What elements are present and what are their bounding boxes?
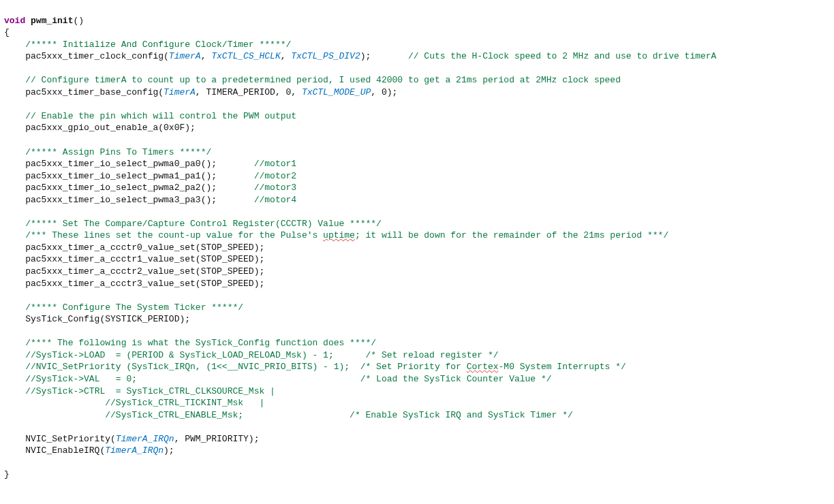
code-seg: , 0); (371, 87, 397, 97)
comment-inline: //motor2 (254, 171, 296, 181)
punct: ); (360, 51, 371, 61)
keyword-void: void (4, 16, 25, 26)
paren: () (73, 16, 84, 26)
comment-inline: //motor3 (254, 183, 296, 193)
enum-value: TxCTL_PS_DIV2 (291, 51, 360, 61)
code-line: pac5xxx_timer_a_ccctr0_value_set(STOP_SP… (4, 242, 264, 253)
code-line: pac5xxx_timer_io_select_pwma3_pa3(); (4, 195, 217, 205)
pad (217, 195, 254, 205)
enum-value: TxCTL_MODE_UP (302, 87, 371, 97)
comment-line-post: ; it will be down for the remainder of t… (355, 230, 668, 240)
code-line: pac5xxx_timer_io_select_pwma2_pa2(); (4, 183, 217, 193)
punct: , (201, 51, 212, 61)
code-line: NVIC_SetPriority( (4, 434, 116, 444)
pad (217, 183, 254, 193)
code-line: pac5xxx_timer_base_config( (4, 87, 164, 97)
punct: , (281, 51, 292, 61)
enum-value: TxCTL_CS_HCLK (211, 51, 280, 61)
code-block: void pwm_init() { /***** Initialize And … (0, 0, 834, 484)
pad (217, 171, 254, 181)
comment-section-header: /***** Initialize And Configure Clock/Ti… (25, 40, 291, 50)
code-line: pac5xxx_timer_io_select_pwma1_pa1(); (4, 171, 217, 181)
comment-line: // Configure timerA to count up to a pre… (25, 75, 621, 85)
comment-section-header: /**** The following is what the SysTick_… (25, 338, 376, 348)
comment-line: //SysTick->VAL = 0; /* Load the SysTick … (25, 374, 551, 384)
function-name: pwm_init (31, 16, 73, 26)
enum-value: TimerA (164, 87, 196, 97)
comment-section-header: /***** Configure The System Ticker *****… (25, 302, 243, 313)
code-seg: , PWM_PRIORITY); (174, 434, 260, 444)
comment-inline: //motor4 (254, 195, 296, 205)
enum-value: TimerA_IRQn (116, 434, 174, 444)
comment-inline: //motor1 (254, 159, 296, 169)
code-line: pac5xxx_timer_a_ccctr3_value_set(STOP_SP… (4, 279, 264, 289)
comment-line: //SysTick_CTRL_TICKINT_Msk | (25, 398, 264, 408)
comment-line: //SysTick->LOAD = (PERIOD & SysTick_LOAD… (25, 350, 498, 360)
code-line: NVIC_EnableIRQ( (4, 445, 105, 456)
comment-section-header: /***** Set The Compare/Capture Control R… (25, 219, 382, 229)
comment-line: // Enable the pin which will control the… (25, 111, 296, 121)
comment-line-pre: /*** These lines set the count-up value … (25, 230, 323, 240)
code-line: pac5xxx_gpio_out_enable_a(0x0F); (4, 123, 196, 133)
comment-section-header: /***** Assign Pins To Timers *****/ (25, 147, 211, 157)
code-seg: , TIMERA_PERIOD, 0, (196, 87, 302, 97)
code-line: pac5xxx_timer_a_ccctr2_value_set(STOP_SP… (4, 266, 264, 277)
comment-inline: // Cuts the H-Clock speed to 2 MHz and u… (408, 51, 716, 61)
enum-value: TimerA_IRQn (105, 445, 164, 456)
spellcheck-word: Cortex (467, 362, 499, 372)
code-line: pac5xxx_timer_clock_config( (4, 51, 169, 61)
pad (217, 159, 254, 169)
comment-line-post: -M0 System Interrupts */ (499, 362, 626, 372)
brace-open: { (4, 27, 10, 37)
code-seg: ); (164, 445, 174, 456)
spellcheck-word: uptime (323, 230, 355, 240)
enum-value: TimerA (169, 51, 201, 61)
code-line: SysTick_Config(SYSTICK_PERIOD); (4, 314, 190, 324)
pad (371, 51, 408, 61)
comment-line: //SysTick->CTRL = SysTick_CTRL_CLKSOURCE… (25, 386, 275, 396)
code-line: pac5xxx_timer_a_ccctr1_value_set(STOP_SP… (4, 254, 264, 264)
brace-close: } (4, 469, 10, 479)
comment-line: //SysTick_CTRL_ENABLE_Msk; /* Enable Sys… (25, 410, 573, 420)
comment-line-pre: //NVIC_SetPriority (SysTick_IRQn, (1<<__… (25, 362, 467, 372)
code-line: pac5xxx_timer_io_select_pwma0_pa0(); (4, 159, 217, 169)
